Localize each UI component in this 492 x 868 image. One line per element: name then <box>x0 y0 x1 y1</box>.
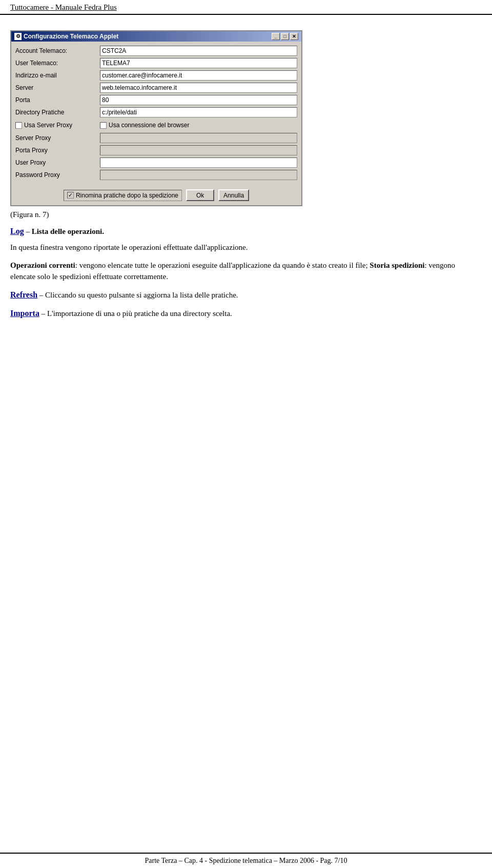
minimize-button[interactable]: _ <box>272 33 280 40</box>
label-email: Indirizzo e-mail <box>15 72 100 79</box>
annulla-button[interactable]: Annulla <box>218 189 249 201</box>
log-title: Log <box>10 227 24 235</box>
label-server: Server <box>15 84 100 91</box>
log-section: Log – Lista delle operazioni. In questa … <box>10 225 482 253</box>
dialog-title: Configurazione Telemaco Applet <box>24 33 118 40</box>
input-account[interactable] <box>100 46 297 56</box>
refresh-section: Refresh – Cliccando su questo pulsante s… <box>10 289 482 301</box>
label-user: User Telemaco: <box>15 60 100 67</box>
dialog-icon: ⚙ <box>14 33 22 40</box>
label-account: Account Telemaco: <box>15 47 100 54</box>
label-directory: Directory Pratiche <box>15 109 100 116</box>
figure-area: ⚙ Configurazione Telemaco Applet _ □ ✕ A… <box>10 30 482 219</box>
input-server-proxy[interactable] <box>100 133 297 143</box>
usa-connessione-label: Usa connessione del browser <box>109 122 189 129</box>
label-user-proxy: User Proxy <box>15 159 100 166</box>
page-title: Tuttocamere - Manuale Fedra Plus <box>10 3 117 12</box>
maximize-button[interactable]: □ <box>281 33 289 40</box>
form-row-password-proxy: Password Proxy <box>15 170 297 180</box>
page-header: Tuttocamere - Manuale Fedra Plus <box>0 0 492 15</box>
label-porta: Porta <box>15 96 100 104</box>
ok-button[interactable]: Ok <box>186 189 214 201</box>
form-row-server-proxy: Server Proxy <box>15 133 297 143</box>
label-server-proxy: Server Proxy <box>15 134 100 142</box>
dialog-bottom: ✓ Rinomina pratiche dopo la spedizione O… <box>11 186 301 205</box>
page-footer: Parte Terza – Cap. 4 - Spedizione telema… <box>0 853 492 868</box>
rinomina-label: Rinomina pratiche dopo la spedizione <box>76 192 178 199</box>
close-button[interactable]: ✕ <box>290 33 298 40</box>
storia-bold: Storia spedizioni <box>368 261 425 269</box>
checkbox-row-proxy: Usa Server Proxy Usa connessione del bro… <box>15 120 297 131</box>
log-para-body: In questa finestra vengono riportate le … <box>10 242 482 253</box>
dialog-titlebar: ⚙ Configurazione Telemaco Applet _ □ ✕ <box>11 31 301 42</box>
form-row-server: Server <box>15 83 297 93</box>
form-row-directory: Directory Pratiche <box>15 107 297 117</box>
dialog-body: Account Telemaco: User Telemaco: Indiriz… <box>11 42 301 186</box>
refresh-title: Refresh <box>10 290 37 299</box>
input-server[interactable] <box>100 83 297 93</box>
importa-body: L'importazione di una o più pratiche da … <box>47 309 232 318</box>
input-user-proxy[interactable] <box>100 157 297 168</box>
operazioni-title: Operazioni correnti <box>10 261 75 269</box>
usa-connessione-area: Usa connessione del browser <box>100 122 297 129</box>
operazioni-intro-rest: : vengono elencate tutte le operazioni e… <box>75 261 368 269</box>
label-porta-proxy: Porta Proxy <box>15 147 100 154</box>
footer-text: Parte Terza – Cap. 4 - Spedizione telema… <box>145 857 347 864</box>
titlebar-buttons: _ □ ✕ <box>272 33 298 40</box>
operazioni-section: Operazioni correnti: vengono elencate tu… <box>10 260 482 283</box>
input-directory[interactable] <box>100 107 297 117</box>
rinomina-area: ✓ Rinomina pratiche dopo la spedizione <box>64 190 182 201</box>
usa-server-proxy-area: Usa Server Proxy <box>15 122 100 129</box>
titlebar-left: ⚙ Configurazione Telemaco Applet <box>14 33 118 40</box>
refresh-para: Refresh – Cliccando su questo pulsante s… <box>10 289 482 301</box>
log-para-title: Log – Lista delle operazioni. <box>10 225 482 238</box>
usa-server-proxy-label: Usa Server Proxy <box>24 122 72 129</box>
input-user[interactable] <box>100 58 297 68</box>
form-row-porta: Porta <box>15 95 297 105</box>
label-password-proxy: Password Proxy <box>15 171 100 179</box>
importa-para: Importa – L'importazione di una o più pr… <box>10 307 482 320</box>
usa-connessione-checkbox[interactable] <box>100 122 107 129</box>
importa-title: Importa <box>10 309 39 318</box>
main-content: ⚙ Configurazione Telemaco Applet _ □ ✕ A… <box>0 15 492 320</box>
usa-server-proxy-checkbox[interactable] <box>15 122 22 129</box>
importa-section: Importa – L'importazione di una o più pr… <box>10 307 482 320</box>
dialog-window: ⚙ Configurazione Telemaco Applet _ □ ✕ A… <box>10 30 302 206</box>
input-password-proxy[interactable] <box>100 170 297 180</box>
form-row-user-proxy: User Proxy <box>15 157 297 168</box>
rinomina-checkbox[interactable]: ✓ <box>67 192 74 199</box>
form-row-porta-proxy: Porta Proxy <box>15 145 297 155</box>
form-row-account: Account Telemaco: <box>15 46 297 56</box>
form-row-user: User Telemaco: <box>15 58 297 68</box>
input-porta-proxy[interactable] <box>100 145 297 155</box>
input-porta[interactable] <box>100 95 297 105</box>
input-email[interactable] <box>100 70 297 81</box>
operazioni-para: Operazioni correnti: vengono elencate tu… <box>10 260 482 283</box>
figure-caption: (Figura n. 7) <box>10 210 49 219</box>
form-row-email: Indirizzo e-mail <box>15 70 297 81</box>
refresh-body: Cliccando su questo pulsante si aggiorna… <box>45 291 238 299</box>
